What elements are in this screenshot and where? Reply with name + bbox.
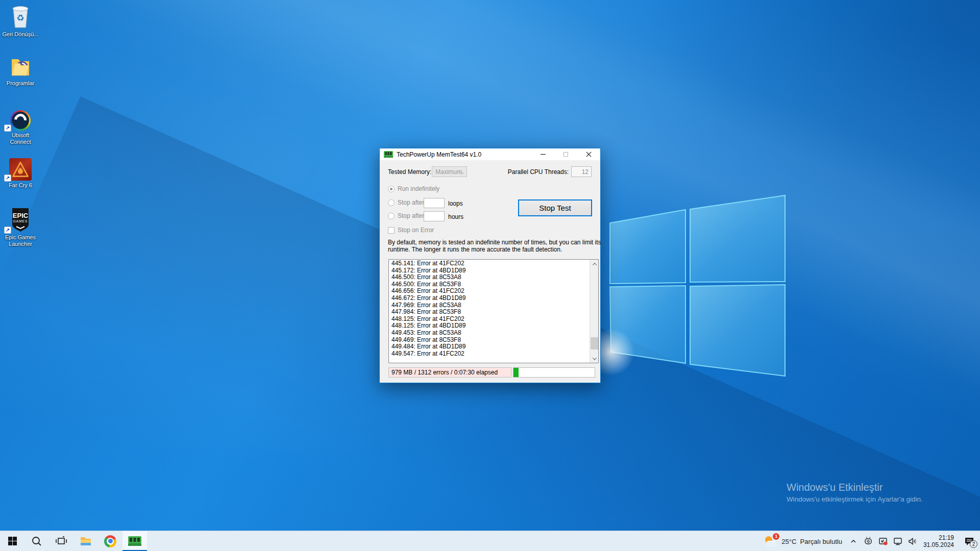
progress-bar (513, 367, 595, 378)
tested-memory-label: Tested Memory: (388, 168, 431, 176)
activation-watermark: Windows'u Etkinleştir Windows'u etkinleş… (787, 482, 923, 503)
stop-on-error-checkbox: Stop on Error (388, 225, 434, 235)
desktop-icon-far-cry-6[interactable]: ↗ Far Cry 6 (1, 155, 40, 189)
desktop-icon-label: Epic Games Launcher (1, 234, 40, 247)
task-view-icon (56, 536, 67, 547)
stop-after-loops-radio: Stop after (388, 197, 424, 208)
tested-memory-value: Maximum (435, 168, 462, 176)
memtest64-app-icon (384, 151, 393, 158)
log-line: 448.125: Error at 4BD1D89 (391, 322, 590, 330)
log-line: 446.656: Error at 41FC202 (391, 288, 590, 295)
svg-text:♻: ♻ (16, 13, 24, 23)
log-line: 448.125: Error at 41FC202 (391, 316, 590, 323)
weather-temperature: 25°C (781, 538, 796, 545)
log-line: 446.500: Error at 8C53F8 (391, 281, 590, 288)
radio-icon (388, 213, 395, 219)
shortcut-arrow-icon: ↗ (4, 174, 11, 182)
weather-badge: 1 (773, 533, 779, 540)
log-line: 449.469: Error at 8C53F8 (391, 337, 590, 344)
weather-widget[interactable]: 1 25°C Parçalı bulutlu (762, 531, 846, 551)
chrome-icon (104, 535, 116, 547)
status-text: 979 MB / 1312 errors / 0:07:30 elapsed (388, 367, 511, 378)
clock[interactable]: 21:19 31.05.2024 (920, 531, 959, 551)
ubisoft-connect-icon (10, 110, 31, 131)
chevron-up-icon (850, 538, 857, 545)
radio-selected-icon (388, 186, 395, 192)
log-line: 449.453: Error at 8C53A8 (391, 330, 590, 337)
log-line: 445.172: Error at 4BD1D89 (391, 267, 590, 274)
network-tray-icon[interactable] (891, 531, 905, 551)
camera-icon (864, 537, 873, 546)
desktop-icon-epic-games[interactable]: EPIC GAMES ↗ Epic Games Launcher (1, 207, 40, 247)
window-title: TechPowerUp MemTest64 v1.0 (397, 151, 481, 158)
log-line: 449.484: Error at 4BD1D89 (391, 343, 590, 350)
tray-overflow-button[interactable] (846, 531, 861, 551)
weather-condition: Parçalı bulutlu (800, 538, 842, 545)
chrome-button[interactable] (98, 531, 122, 551)
clock-time: 21:19 (939, 534, 954, 541)
memtest64-icon (128, 536, 141, 546)
window-titlebar[interactable]: TechPowerUp MemTest64 v1.0 (380, 148, 600, 160)
desktop: ♻ Geri Dönüşü... Programlar ↗ Ubisoft Co… (0, 0, 980, 551)
radio-icon (388, 199, 395, 206)
screen-record-tray-icon[interactable] (876, 531, 891, 551)
log-line: 446.500: Error at 8C53A8 (391, 274, 590, 281)
log-line: 447.969: Error at 8C53A8 (391, 302, 590, 309)
vertical-scrollbar[interactable] (590, 260, 598, 363)
scroll-down-button[interactable] (590, 354, 599, 363)
memtest64-taskbar-button[interactable] (122, 531, 147, 551)
desktop-icon-programs[interactable]: Programlar (1, 53, 40, 87)
far-cry-6-icon (9, 158, 32, 181)
error-log-lines: 445.141: Error at 41FC202 445.172: Error… (389, 260, 590, 357)
log-line: 449.547: Error at 41FC202 (391, 350, 590, 358)
stop-test-button[interactable]: Stop Test (518, 199, 592, 216)
scroll-up-button[interactable] (590, 260, 599, 268)
search-button[interactable] (24, 531, 49, 551)
weather-icon: 1 (765, 535, 778, 547)
cpu-threads-input: 12 (571, 166, 592, 177)
ethernet-network-icon (893, 537, 903, 546)
log-line: 447.984: Error at 8C53F8 (391, 309, 590, 316)
run-indefinitely-radio: Run indefinitely (388, 184, 439, 194)
error-log-list[interactable]: 445.141: Error at 41FC202 445.172: Error… (388, 259, 599, 363)
screen-record-icon (878, 537, 888, 546)
volume-tray-icon[interactable] (905, 531, 920, 551)
shortcut-arrow-icon: ↗ (4, 124, 11, 132)
minimize-icon (541, 154, 546, 155)
minimize-button[interactable] (531, 148, 554, 160)
memtest64-window: TechPowerUp MemTest64 v1.0 Tested Memory… (379, 148, 601, 383)
desktop-icon-label: Geri Dönüşü... (1, 31, 40, 38)
desktop-icon-ubisoft-connect[interactable]: ↗ Ubisoft Connect (1, 105, 40, 145)
file-explorer-button[interactable] (74, 531, 98, 551)
close-button[interactable] (577, 148, 600, 160)
maximize-button (554, 148, 577, 160)
start-button[interactable] (0, 531, 24, 551)
shortcut-arrow-icon: ↗ (4, 227, 11, 234)
windows-start-icon (8, 537, 17, 545)
speaker-icon (908, 537, 918, 546)
stop-after-hours-radio: Stop after (388, 211, 424, 221)
clock-date: 31.05.2024 (923, 541, 954, 548)
action-center-button[interactable]: 2 (959, 531, 980, 551)
tested-memory-dropdown: Maximum (432, 166, 467, 177)
search-icon (31, 536, 42, 547)
loops-input (424, 198, 445, 208)
desktop-icon-label: Ubisoft Connect (1, 132, 40, 145)
recycle-bin-icon: ♻ (9, 4, 32, 30)
programs-folder-icon (9, 55, 32, 79)
svg-text:EPIC: EPIC (13, 212, 29, 219)
watermark-subtitle: Windows'u etkinleştirmek için Ayarlar'a … (787, 495, 923, 503)
close-icon (586, 152, 592, 157)
desktop-icon-recycle-bin[interactable]: ♻ Geri Dönüşü... (1, 4, 40, 38)
capture-tray-icon[interactable] (861, 531, 876, 551)
svg-text:GAMES: GAMES (13, 219, 28, 223)
log-line: 446.672: Error at 4BD1D89 (391, 295, 590, 302)
system-tray: 1 25°C Parçalı bulutlu (762, 531, 980, 551)
chevron-up-icon (592, 263, 596, 267)
desktop-icon-label: Programlar (1, 80, 40, 87)
scrollbar-thumb[interactable] (591, 337, 598, 349)
checkbox-icon (388, 227, 395, 234)
progress-fill (513, 368, 519, 377)
file-explorer-icon (80, 536, 92, 547)
task-view-button[interactable] (49, 531, 74, 551)
